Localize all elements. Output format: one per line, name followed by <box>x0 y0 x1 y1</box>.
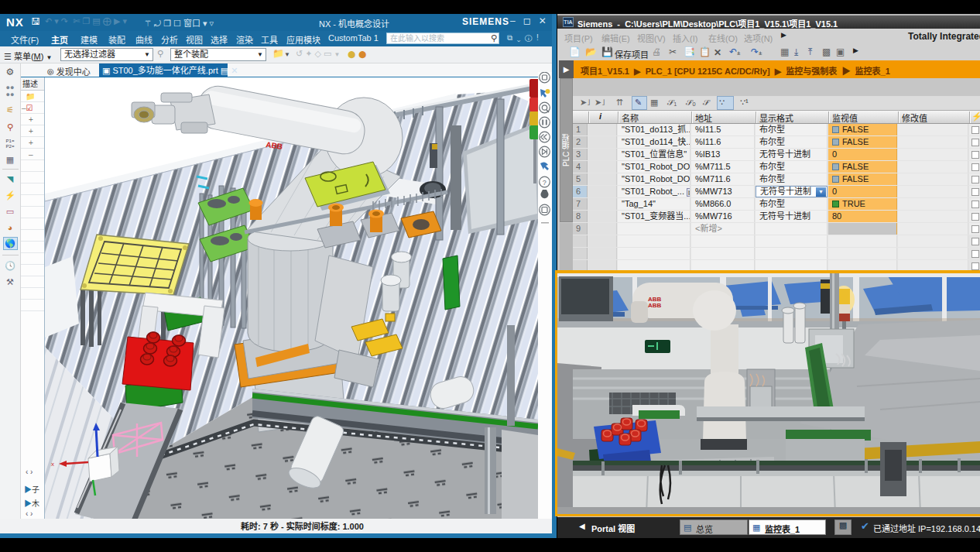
svg-text:x: x <box>51 461 54 468</box>
svg-text:?: ? <box>543 179 547 187</box>
